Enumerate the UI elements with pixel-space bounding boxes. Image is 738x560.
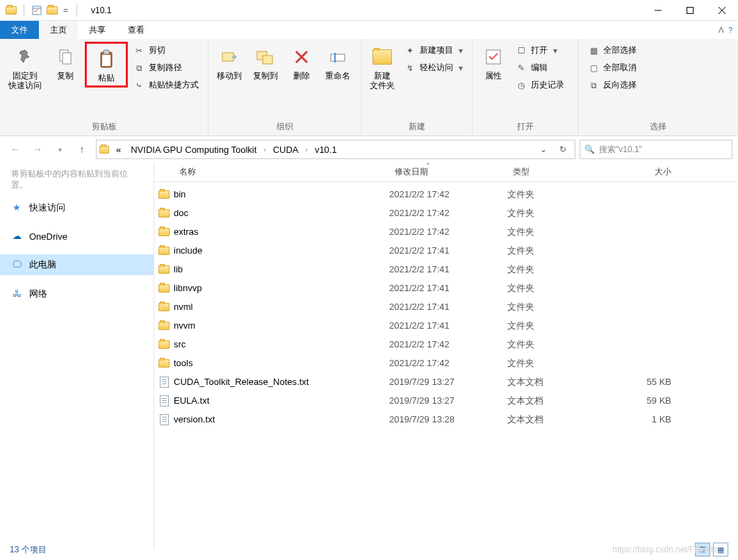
new-item-button[interactable]: ✦新建项目▾ [402,43,466,58]
file-name: extras [174,227,389,237]
file-row[interactable]: bin2021/2/2 17:42文件夹 [154,185,738,204]
tooltip-remnant: 将剪贴板中的内容粘贴到当前位置。 [0,168,154,197]
move-to-button[interactable]: 移动到 [213,42,246,83]
file-row[interactable]: nvml2021/2/2 17:41文件夹 [154,297,738,316]
ribbon-help-icon[interactable]: ? [728,26,732,34]
navigation-pane: 将剪贴板中的内容粘贴到当前位置。 ★ 快速访问 ☁ OneDrive 🖵 此电脑… [0,163,154,549]
select-none-icon: ▢ [588,63,599,74]
qat-overflow-label[interactable]: = [62,6,69,15]
properties-button[interactable]: 属性 [477,42,510,83]
file-row[interactable]: EULA.txt2019/7/29 13:27文本文档59 KB [154,391,738,410]
nav-recent-dropdown[interactable]: ▾ [50,140,69,159]
nav-this-pc[interactable]: 🖵 此电脑 [0,254,154,275]
text-file-icon [160,414,169,425]
pin-to-quick-access-button[interactable]: 固定到 快速访问 [4,42,46,93]
refresh-button[interactable]: ↻ [554,140,572,158]
copy-button[interactable]: 复制 [49,42,82,83]
file-type: 文本文档 [507,413,591,426]
group-new-label: 新建 [366,120,468,134]
file-type: 文件夹 [507,226,591,238]
file-type: 文件夹 [507,338,591,351]
new-item-icon: ✦ [404,45,416,56]
minimize-button[interactable] [642,0,674,21]
folder-icon [158,247,170,255]
invert-icon: ⧉ [588,80,599,91]
file-row[interactable]: nvvm2021/2/2 17:41文件夹 [154,316,738,335]
address-dropdown-button[interactable]: ⌄ [534,140,552,158]
status-item-count: 13 个项目 [10,544,47,556]
select-none-button[interactable]: ▢全部取消 [585,60,639,75]
chevron-right-icon[interactable]: › [304,146,309,154]
file-date: 2021/2/2 17:41 [389,264,507,274]
file-date: 2019/7/29 13:27 [389,377,507,387]
nav-quick-access[interactable]: ★ 快速访问 [0,197,154,218]
file-type: 文件夹 [507,320,591,332]
column-date[interactable]: 修改日期 [389,163,507,181]
breadcrumb-overflow[interactable]: « [112,141,125,158]
search-input[interactable]: 🔍 搜索"v10.1" [580,140,732,159]
file-row[interactable]: libnvvp2021/2/2 17:41文件夹 [154,279,738,297]
tab-share[interactable]: 共享 [78,21,117,39]
column-name[interactable]: 名称 [174,163,389,181]
nav-up-button[interactable]: ↑ [72,140,92,159]
file-row[interactable]: CUDA_Toolkit_Release_Notes.txt2019/7/29 … [154,372,738,391]
breadcrumb-v10-1[interactable]: v10.1 [311,141,341,158]
chevron-right-icon[interactable]: › [262,146,267,154]
file-size: 1 KB [591,414,671,425]
file-row[interactable]: src2021/2/2 17:42文件夹 [154,335,738,354]
file-row[interactable]: lib2021/2/2 17:41文件夹 [154,260,738,279]
address-bar[interactable]: « NVIDIA GPU Computing Toolkit › CUDA › … [96,140,575,159]
tab-file[interactable]: 文件 [0,21,39,39]
maximize-button[interactable] [674,0,706,21]
invert-selection-button[interactable]: ⧉反向选择 [585,78,639,92]
view-details-button[interactable]: ☰ [695,543,710,557]
paste-button[interactable]: 粘贴 [90,45,123,84]
easy-access-button[interactable]: ↯轻松访问▾ [402,60,466,75]
edit-button[interactable]: ✎编辑 [513,60,567,75]
file-row[interactable]: tools2021/2/2 17:42文件夹 [154,354,738,372]
file-row[interactable]: include2021/2/2 17:41文件夹 [154,241,738,260]
status-bar: 13 个项目 ☰ ▦ [0,541,738,559]
history-button[interactable]: ◷历史记录 [513,78,567,92]
folder-icon [158,322,170,330]
tab-home[interactable]: 主页 [39,21,78,39]
nav-back-button[interactable]: ← [6,140,25,159]
close-button[interactable] [706,0,738,21]
file-row[interactable]: extras2021/2/2 17:42文件夹 [154,222,738,241]
nav-network[interactable]: 🖧 网络 [0,283,154,304]
select-all-button[interactable]: ▦全部选择 [585,43,639,58]
file-row[interactable]: doc2021/2/2 17:42文件夹 [154,204,738,222]
qat-folder-icon[interactable] [47,5,58,16]
nav-forward-button[interactable]: → [28,140,47,159]
breadcrumb-nvidia[interactable]: NVIDIA GPU Computing Toolkit [126,141,261,158]
column-size[interactable]: 大小 [591,163,677,181]
cut-button[interactable]: ✂剪切 [131,43,202,58]
ribbon-collapse-icon[interactable]: ᐱ [719,26,724,35]
paste-button-highlight: 粘贴 [85,42,128,88]
column-type[interactable]: 类型 [507,163,591,181]
file-row[interactable]: version.txt2019/7/29 13:28文本文档1 KB [154,410,738,429]
rename-button[interactable]: 重命名 [321,42,354,83]
open-icon: ☐ [516,45,527,56]
copy-path-button[interactable]: ⧉复制路径 [131,60,202,75]
open-button[interactable]: ☐打开▾ [513,43,567,58]
tab-view[interactable]: 查看 [117,21,156,39]
file-name: bin [174,189,389,199]
view-icons-button[interactable]: ▦ [713,543,728,557]
copy-to-button[interactable]: 复制到 [249,42,282,83]
folder-icon [158,340,170,349]
file-date: 2019/7/29 13:28 [389,414,507,425]
sort-indicator-icon: ⌃ [425,163,431,169]
delete-button[interactable]: 删除 [285,42,318,83]
breadcrumb-cuda[interactable]: CUDA [269,141,303,158]
file-type: 文件夹 [507,263,591,276]
qat-properties-icon[interactable] [31,5,42,16]
svg-rect-10 [331,54,345,61]
cloud-icon: ☁ [13,231,24,242]
nav-onedrive[interactable]: ☁ OneDrive [0,227,154,246]
titlebar: = v10.1 [0,0,738,21]
new-folder-button[interactable]: 新建 文件夹 [366,42,399,93]
file-type: 文件夹 [507,357,591,370]
paste-shortcut-button[interactable]: ⤷粘贴快捷方式 [131,78,202,92]
window-title: v10.1 [91,6,111,15]
